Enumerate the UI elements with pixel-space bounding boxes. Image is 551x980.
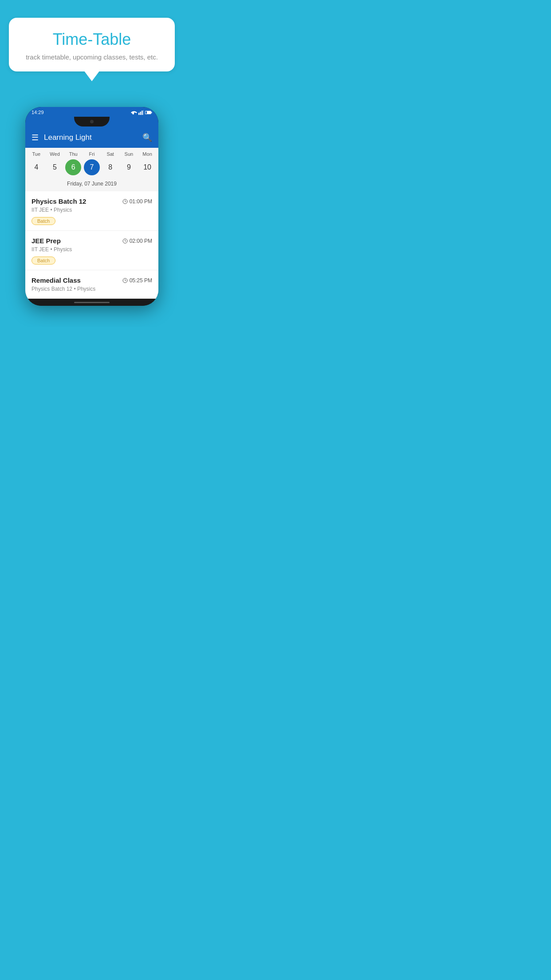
schedule-item-3-header: Remedial Class 05:25 PM (31, 277, 152, 284)
phone-wrapper: 14:29 (0, 107, 184, 306)
schedule-title-3: Remedial Class (31, 277, 81, 284)
speech-bubble: Time-Table track timetable, upcoming cla… (9, 18, 175, 71)
svg-rect-1 (140, 111, 141, 115)
app-title: Learning Light (44, 133, 142, 142)
phone-bottom-bar (25, 299, 158, 306)
svg-rect-5 (151, 111, 152, 113)
day-6-today[interactable]: 6 (65, 159, 81, 175)
camera (90, 120, 94, 123)
schedule-title-2: JEE Prep (31, 237, 61, 245)
svg-rect-2 (142, 111, 142, 115)
calendar-week: Tue Wed Thu Fri Sat Sun Mon 4 5 6 7 8 9 … (25, 148, 158, 191)
schedule-item-2-header: JEE Prep 02:00 PM (31, 237, 152, 245)
selected-date-label: Friday, 07 June 2019 (25, 179, 158, 191)
status-bar: 14:29 (25, 107, 158, 117)
day-names-row: Tue Wed Thu Fri Sat Sun Mon (25, 151, 158, 159)
notch (74, 117, 110, 126)
status-time: 14:29 (31, 110, 44, 115)
search-icon[interactable]: 🔍 (142, 133, 152, 142)
day-name-wed: Wed (47, 151, 63, 157)
signal-icon (138, 110, 144, 115)
day-name-fri: Fri (84, 151, 100, 157)
schedule-item-1[interactable]: Physics Batch 12 01:00 PM IIT JEE • Phys… (25, 191, 158, 231)
hamburger-icon[interactable]: ☰ (31, 133, 39, 142)
schedule-list: Physics Batch 12 01:00 PM IIT JEE • Phys… (25, 191, 158, 299)
schedule-time-1: 01:00 PM (122, 198, 152, 205)
clock-icon-2 (122, 238, 128, 244)
day-10[interactable]: 10 (139, 159, 155, 175)
wifi-icon (131, 110, 137, 115)
bubble-title: Time-Table (22, 30, 161, 49)
clock-icon-1 (122, 199, 128, 204)
home-indicator (74, 302, 110, 303)
bubble-subtitle: track timetable, upcoming classes, tests… (22, 53, 161, 61)
day-name-mon: Mon (139, 151, 155, 157)
schedule-meta-3: Physics Batch 12 • Physics (31, 286, 152, 292)
svg-rect-3 (143, 110, 144, 115)
schedule-item-2[interactable]: JEE Prep 02:00 PM IIT JEE • Physics Batc… (25, 231, 158, 270)
day-name-sat: Sat (102, 151, 118, 157)
day-numbers-row: 4 5 6 7 8 9 10 (25, 159, 158, 179)
schedule-time-2: 02:00 PM (122, 238, 152, 244)
top-section: Time-Table track timetable, upcoming cla… (0, 0, 184, 85)
day-name-sun: Sun (121, 151, 137, 157)
svg-rect-6 (146, 111, 147, 114)
schedule-time-3: 05:25 PM (122, 277, 152, 284)
day-7-selected[interactable]: 7 (84, 159, 100, 175)
clock-icon-3 (122, 278, 128, 283)
notch-area (25, 117, 158, 128)
svg-rect-0 (138, 113, 139, 115)
schedule-title-1: Physics Batch 12 (31, 198, 86, 205)
app-header: ☰ Learning Light 🔍 (25, 128, 158, 148)
day-name-thu: Thu (65, 151, 81, 157)
day-8[interactable]: 8 (102, 159, 118, 175)
status-icons (131, 110, 152, 115)
day-4[interactable]: 4 (28, 159, 44, 175)
battery-icon (145, 110, 152, 115)
phone-mockup: 14:29 (25, 107, 158, 306)
schedule-item-3[interactable]: Remedial Class 05:25 PM Physics Batch 12… (25, 270, 158, 299)
schedule-item-1-header: Physics Batch 12 01:00 PM (31, 198, 152, 205)
day-5[interactable]: 5 (47, 159, 63, 175)
day-9[interactable]: 9 (121, 159, 137, 175)
schedule-meta-2: IIT JEE • Physics (31, 246, 152, 253)
batch-badge-2: Batch (31, 257, 55, 265)
day-name-tue: Tue (28, 151, 44, 157)
schedule-meta-1: IIT JEE • Physics (31, 207, 152, 213)
batch-badge-1: Batch (31, 217, 55, 225)
